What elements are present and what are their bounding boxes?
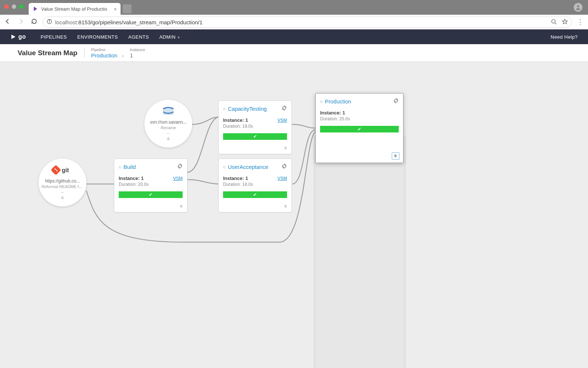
svg-text:git: git	[62, 167, 69, 173]
svg-marker-0	[34, 7, 37, 11]
window-controls	[4, 4, 24, 9]
browser-tab[interactable]: Value Stream Map of Productio ×	[29, 3, 121, 15]
status-bar-success[interactable]: ✔	[119, 191, 183, 198]
zoom-icon[interactable]	[551, 19, 557, 26]
back-icon[interactable]	[4, 18, 11, 26]
gear-icon[interactable]	[282, 163, 287, 170]
tab-favicon-icon	[32, 6, 38, 12]
close-window-icon[interactable]	[4, 4, 9, 9]
gear-icon[interactable]	[393, 98, 399, 105]
tab-title: Value Stream Map of Productio	[41, 6, 107, 12]
vsm-link[interactable]: VSM	[277, 176, 287, 181]
tab-close-icon[interactable]: ×	[114, 6, 117, 12]
material-git-more[interactable]: ...	[39, 189, 86, 194]
card-build[interactable]: ⎋ Build Instance: 1 VSM Duration: 20.0s …	[114, 159, 187, 212]
minimize-window-icon[interactable]	[12, 4, 16, 9]
svg-point-5	[552, 20, 555, 23]
check-icon: ✔	[253, 134, 257, 139]
pin-icon[interactable]	[144, 137, 192, 142]
card-build-title[interactable]: Build	[123, 164, 175, 170]
status-bar-success[interactable]: ✔	[320, 126, 399, 132]
gear-icon[interactable]	[177, 163, 183, 170]
pin-icon[interactable]	[392, 152, 399, 160]
url-port: :8153	[77, 19, 91, 25]
card-user-acceptance[interactable]: ⎋ UserAcceptance Instance: 1 VSM Duratio…	[218, 159, 292, 212]
new-tab-button[interactable]	[123, 4, 132, 13]
page-title: Value Stream Map	[18, 49, 78, 57]
crumb-instance-label: Instance	[130, 47, 145, 52]
app-header: go PIPELINES ENVIRONMENTS AGENTS ADMIN▼ …	[0, 29, 588, 44]
address-bar[interactable]: localhost:8153/go/pipelines/value_stream…	[43, 17, 572, 28]
sub-header: Value Stream Map Pipeline Production » I…	[0, 44, 588, 62]
material-git-msg: Reformat README for...	[39, 184, 86, 189]
card-capacity-testing[interactable]: ⎋ CapacityTesting Instance: 1 VSM Durati…	[218, 100, 292, 154]
pin-icon[interactable]	[39, 195, 86, 201]
need-help-link[interactable]: Need Help?	[551, 34, 578, 40]
svg-line-6	[555, 23, 556, 24]
forward-icon	[18, 18, 24, 26]
svn-logo-icon	[144, 105, 192, 117]
nav-agents[interactable]: AGENTS	[128, 34, 149, 40]
duration: Duration: 19.0s	[223, 124, 287, 129]
git-logo-icon: git	[39, 164, 86, 176]
card-production[interactable]: ⎋ Production Instance: 1 Duration: 20.0s…	[315, 93, 404, 163]
pipeline-icon: ⎋	[223, 106, 226, 112]
nav-admin[interactable]: ADMIN▼	[159, 34, 180, 40]
duration: Duration: 20.0s	[119, 182, 183, 187]
card-production-title[interactable]: Production	[325, 98, 391, 105]
nav-links: PIPELINES ENVIRONMENTS AGENTS ADMIN▼	[41, 34, 181, 40]
reload-icon[interactable]	[31, 18, 37, 26]
url-host: localhost	[55, 19, 77, 25]
site-info-icon[interactable]	[47, 19, 52, 25]
selected-column-highlight	[314, 135, 406, 368]
browser-toolbar: localhost:8153/go/pipelines/value_stream…	[0, 15, 588, 29]
card-useracc-title[interactable]: UserAcceptance	[228, 164, 279, 170]
pipeline-icon: ⎋	[320, 99, 323, 104]
duration: Duration: 20.0s	[320, 116, 399, 121]
pipeline-icon: ⎋	[223, 164, 226, 170]
pin-icon[interactable]	[179, 204, 183, 209]
divider	[84, 48, 85, 58]
material-svn[interactable]: svn://svn.savann... Rename ...	[144, 100, 192, 148]
svg-point-1	[577, 5, 579, 7]
material-git-url: https://github.co...	[39, 178, 86, 184]
bookmark-star-icon[interactable]	[562, 19, 568, 26]
svg-point-4	[49, 20, 50, 21]
breadcrumb-instance: Instance 1	[130, 47, 145, 59]
pin-icon[interactable]	[284, 204, 288, 209]
breadcrumb: Pipeline Production »	[91, 47, 127, 59]
check-icon: ✔	[358, 127, 361, 132]
pin-icon[interactable]	[284, 146, 288, 151]
status-bar-success[interactable]: ✔	[223, 191, 287, 198]
nav-pipelines[interactable]: PIPELINES	[41, 34, 67, 40]
brand-text: go	[18, 33, 26, 40]
profile-avatar-icon[interactable]	[574, 3, 582, 12]
svg-marker-8	[11, 35, 15, 39]
tabstrip: Value Stream Map of Productio ×	[0, 0, 588, 15]
nav-environments[interactable]: ENVIRONMENTS	[77, 34, 118, 40]
browser-menu-icon[interactable]: ⋮	[577, 18, 584, 26]
maximize-window-icon[interactable]	[19, 4, 24, 9]
material-svn-more[interactable]: ...	[144, 130, 192, 135]
chevron-down-icon: ▼	[177, 36, 180, 39]
material-svn-url: svn://svn.savann...	[144, 120, 192, 125]
material-svn-msg: Rename	[144, 125, 192, 130]
crumb-pipeline-label: Pipeline	[91, 47, 105, 52]
card-capacity-title[interactable]: CapacityTesting	[228, 106, 279, 112]
vsm-link[interactable]: VSM	[173, 176, 183, 181]
check-icon: ✔	[253, 192, 257, 197]
browser-chrome: Value Stream Map of Productio × localho	[0, 0, 588, 29]
check-icon: ✔	[149, 192, 153, 197]
url-text: localhost:8153/go/pipelines/value_stream…	[55, 19, 202, 25]
pipeline-icon: ⎋	[119, 164, 121, 170]
vsm-canvas[interactable]: svn://svn.savann... Rename ... git https…	[0, 62, 588, 368]
url-path: /go/pipelines/value_stream_map/Productio…	[91, 19, 202, 25]
crumb-pipeline-link[interactable]: Production	[91, 52, 118, 59]
vsm-link[interactable]: VSM	[277, 118, 287, 123]
gear-icon[interactable]	[282, 105, 287, 112]
brand[interactable]: go	[10, 33, 26, 40]
connectors	[0, 62, 588, 368]
crumb-instance-value: 1	[130, 52, 133, 59]
status-bar-success[interactable]: ✔	[223, 133, 287, 140]
material-git[interactable]: git https://github.co... Reformat README…	[39, 159, 86, 206]
